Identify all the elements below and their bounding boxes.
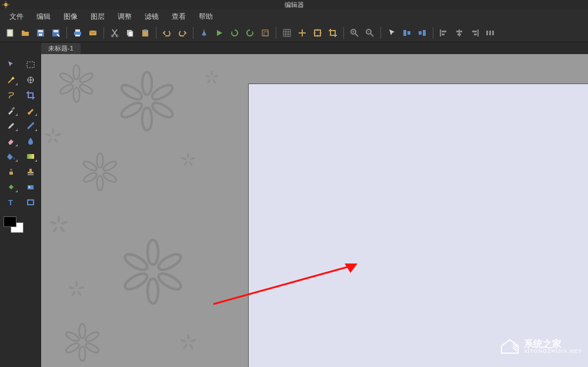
pointer-icon xyxy=(387,28,396,38)
zoom-in-button[interactable] xyxy=(348,26,361,39)
svg-rect-42 xyxy=(486,31,488,35)
menu-edit[interactable]: 编辑 xyxy=(31,11,56,23)
eraser-tool[interactable] xyxy=(4,135,18,147)
distribute-button[interactable] xyxy=(483,26,496,39)
rotate-right-icon xyxy=(245,28,255,38)
heal-icon xyxy=(6,182,16,192)
align-left-icon xyxy=(439,28,449,38)
menu-adjust[interactable]: 调整 xyxy=(112,11,138,23)
crop-fit-button[interactable] xyxy=(311,26,324,39)
paste-button[interactable] xyxy=(139,26,152,39)
clone-tool[interactable] xyxy=(4,166,18,178)
menu-view[interactable]: 查看 xyxy=(166,11,192,23)
canvas-area[interactable] xyxy=(41,54,588,367)
rect-select-icon xyxy=(26,60,35,69)
eyedropper-alt-tool[interactable] xyxy=(23,74,38,86)
watermark-subtext: XITONGZHIJIA.NET xyxy=(524,349,582,354)
open-button[interactable] xyxy=(19,26,32,39)
eyedropper-tool[interactable] xyxy=(4,105,18,116)
align-icon xyxy=(417,28,427,38)
stamp-icon xyxy=(26,167,35,176)
new-file-button[interactable] xyxy=(4,26,16,39)
align-center-icon xyxy=(455,28,464,38)
separator xyxy=(343,27,344,39)
copy-button[interactable] xyxy=(123,26,136,39)
email-button[interactable] xyxy=(86,26,99,39)
magic-wand-tool[interactable] xyxy=(4,74,18,86)
svg-rect-45 xyxy=(27,62,34,68)
gradient-icon xyxy=(26,152,35,161)
pointer-button[interactable] xyxy=(385,26,398,39)
lasso-tool[interactable] xyxy=(4,89,18,101)
align1-button[interactable] xyxy=(400,26,413,39)
crop-button[interactable] xyxy=(326,26,339,39)
crosshair-button[interactable] xyxy=(296,26,309,39)
document-tab[interactable]: 未标题-1 xyxy=(41,43,81,54)
undo-button[interactable] xyxy=(161,26,173,39)
play-button[interactable] xyxy=(213,26,226,39)
rotate-right-button[interactable] xyxy=(243,26,256,39)
shape-icon xyxy=(26,198,35,207)
menu-help[interactable]: 帮助 xyxy=(193,11,219,23)
transform-button[interactable] xyxy=(259,26,272,39)
zoom-out-button[interactable] xyxy=(363,26,376,39)
menu-file[interactable]: 文件 xyxy=(4,11,29,23)
save-as-button[interactable] xyxy=(49,26,62,39)
svg-rect-20 xyxy=(143,29,147,31)
move-tool[interactable] xyxy=(4,59,18,71)
print-button[interactable] xyxy=(71,26,84,39)
pencil-tool[interactable] xyxy=(4,120,18,132)
text-icon: T xyxy=(6,198,16,207)
workspace: T xyxy=(0,54,588,367)
fill-tool[interactable] xyxy=(4,151,18,162)
blur-tool[interactable] xyxy=(23,135,38,147)
picker-icon xyxy=(26,75,35,85)
clone-icon xyxy=(6,167,16,176)
eyedropper-icon xyxy=(6,106,16,115)
brush-tool[interactable] xyxy=(23,105,38,116)
heal-tool[interactable] xyxy=(4,181,18,193)
open-folder-icon xyxy=(21,28,30,38)
crop-fit-icon xyxy=(313,28,322,38)
svg-rect-5 xyxy=(7,29,13,36)
svg-rect-47 xyxy=(11,107,15,111)
separator xyxy=(156,27,156,39)
toolbox: T xyxy=(0,54,41,367)
cut-icon xyxy=(110,28,119,38)
undo-icon xyxy=(162,28,172,38)
airbrush-tool[interactable] xyxy=(23,120,38,132)
align-left-button[interactable] xyxy=(437,26,450,39)
cut-button[interactable] xyxy=(108,26,121,39)
rect-select-tool[interactable] xyxy=(23,59,38,71)
foreground-color[interactable] xyxy=(4,216,16,227)
email-icon xyxy=(88,28,98,38)
main-toolbar xyxy=(0,24,588,42)
text-tool[interactable]: T xyxy=(4,196,18,208)
svg-rect-52 xyxy=(28,185,34,189)
svg-rect-23 xyxy=(264,32,268,36)
gradient-tool[interactable] xyxy=(23,151,38,162)
separator xyxy=(433,27,433,39)
align-center-button[interactable] xyxy=(453,26,466,39)
fill-icon xyxy=(6,152,16,161)
stamp-tool[interactable] xyxy=(23,166,38,178)
align2-button[interactable] xyxy=(416,26,429,39)
color-swatch[interactable] xyxy=(4,216,25,234)
rotate-left-button[interactable] xyxy=(228,26,241,39)
shape-tool[interactable] xyxy=(23,196,38,208)
grid-button[interactable] xyxy=(280,26,293,39)
redo-button[interactable] xyxy=(176,26,189,39)
svg-rect-13 xyxy=(75,35,80,36)
align-right-button[interactable] xyxy=(468,26,481,39)
menu-image[interactable]: 图像 xyxy=(58,11,83,23)
save-button[interactable] xyxy=(34,26,47,39)
play-icon xyxy=(215,28,224,38)
smudge-tool[interactable] xyxy=(23,181,38,193)
canvas-document[interactable] xyxy=(248,84,588,367)
menu-layer[interactable]: 图层 xyxy=(85,11,111,23)
svg-rect-18 xyxy=(128,31,133,36)
crop-tool-icon xyxy=(26,91,35,100)
menu-filter[interactable]: 滤镜 xyxy=(139,11,165,23)
crop-tool[interactable] xyxy=(23,89,38,101)
flip-h-button[interactable] xyxy=(198,26,211,39)
